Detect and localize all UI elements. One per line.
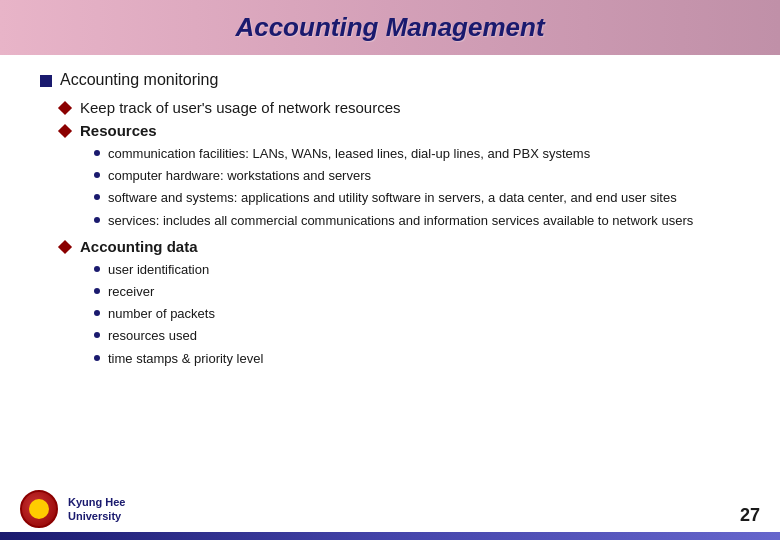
diamond-icon-3	[58, 240, 72, 254]
square-bullet-icon	[40, 75, 52, 87]
dot-icon	[94, 288, 100, 294]
list-item: user identification	[94, 261, 740, 279]
dot-icon	[94, 310, 100, 316]
list-item: receiver	[94, 283, 740, 301]
bottom-decorative-bar	[0, 532, 780, 540]
resource-bullet-2: computer hardware: workstations and serv…	[108, 167, 371, 185]
dot-icon	[94, 217, 100, 223]
accounting-bullet-5: time stamps & priority level	[108, 350, 263, 368]
page-number: 27	[740, 505, 760, 526]
list-item: software and systems: applications and u…	[94, 189, 740, 207]
accounting-data-subitems: user identification receiver number of p…	[94, 261, 740, 368]
dot-icon	[94, 172, 100, 178]
dot-icon	[94, 332, 100, 338]
main-section-header: Accounting monitoring	[40, 71, 740, 89]
title-bar: Accounting Management	[0, 0, 780, 55]
accounting-bullet-3: number of packets	[108, 305, 215, 323]
accounting-data-item: Accounting data	[60, 238, 740, 255]
university-name-line1: Kyung Hee	[68, 495, 125, 509]
list-item: time stamps & priority level	[94, 350, 740, 368]
dot-icon	[94, 355, 100, 361]
list-item: communication facilities: LANs, WANs, le…	[94, 145, 740, 163]
list-item: resources used	[94, 327, 740, 345]
main-section-label: Accounting monitoring	[60, 71, 218, 89]
accounting-bullet-2: receiver	[108, 283, 154, 301]
resource-bullet-1: communication facilities: LANs, WANs, le…	[108, 145, 590, 163]
slide-title: Accounting Management	[20, 12, 760, 43]
diamond-icon-1	[58, 101, 72, 115]
keep-track-label: Keep track of user's usage of network re…	[80, 99, 401, 116]
list-item: number of packets	[94, 305, 740, 323]
resource-bullet-4: services: includes all commercial commun…	[108, 212, 693, 230]
resources-label: Resources	[80, 122, 157, 139]
dot-icon	[94, 194, 100, 200]
logo-inner	[29, 499, 49, 519]
dot-icon	[94, 150, 100, 156]
university-name-line2: University	[68, 509, 125, 523]
resources-item: Resources	[60, 122, 740, 139]
diamond-icon-2	[58, 124, 72, 138]
slide: Accounting Management Accounting monitor…	[0, 0, 780, 540]
resource-bullet-3: software and systems: applications and u…	[108, 189, 677, 207]
list-item: services: includes all commercial commun…	[94, 212, 740, 230]
content-area: Accounting monitoring Keep track of user…	[0, 71, 780, 368]
university-name: Kyung Hee University	[68, 495, 125, 524]
footer: Kyung Hee University	[20, 490, 125, 528]
accounting-bullet-1: user identification	[108, 261, 209, 279]
accounting-data-label: Accounting data	[80, 238, 198, 255]
university-logo	[20, 490, 58, 528]
resources-subitems: communication facilities: LANs, WANs, le…	[94, 145, 740, 230]
sub-section: Keep track of user's usage of network re…	[60, 99, 740, 368]
dot-icon	[94, 266, 100, 272]
keep-track-item: Keep track of user's usage of network re…	[60, 99, 740, 116]
accounting-bullet-4: resources used	[108, 327, 197, 345]
list-item: computer hardware: workstations and serv…	[94, 167, 740, 185]
